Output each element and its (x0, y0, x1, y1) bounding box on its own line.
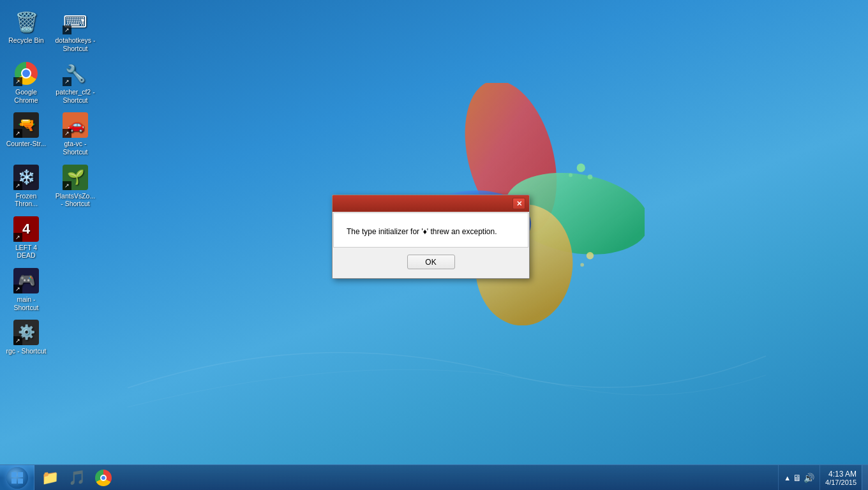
tray-volume-icon[interactable]: 🔊 (804, 473, 814, 483)
tray-network-icon: 🖥 (793, 473, 802, 483)
system-tray: ▲ 🖥 🔊 (778, 465, 819, 491)
taskbar-pinned-icons: 📁 🎵 (34, 465, 119, 491)
tray-icons: ▲ 🖥 🔊 (784, 473, 814, 483)
taskbar-chrome[interactable] (91, 466, 116, 490)
dialog-overlay: ✕ The type initializer for '♦' threw an … (0, 0, 868, 490)
clock-area[interactable]: 4:13 AM 4/17/2015 (819, 465, 862, 491)
taskbar-explorer[interactable]: 📁 (37, 466, 63, 490)
start-button[interactable] (0, 465, 34, 491)
ntio-icon: 🎵 (68, 470, 86, 486)
taskbar: 📁 🎵 ▲ 🖥 🔊 4:13 AM 4/17 (0, 464, 868, 490)
tray-expand-icon[interactable]: ▲ (784, 474, 791, 482)
dialog-body: The type initializer for '♦' threw an ex… (333, 212, 528, 248)
svg-rect-11 (11, 479, 17, 484)
clock-time: 4:13 AM (828, 470, 857, 479)
svg-rect-12 (18, 479, 23, 484)
taskbar-ntio[interactable]: 🎵 (64, 466, 89, 490)
windows-logo-small (11, 471, 24, 484)
start-orb (6, 467, 28, 489)
taskbar-chrome-icon (95, 470, 112, 486)
dialog-close-button[interactable]: ✕ (513, 198, 525, 209)
explorer-icon: 📁 (41, 470, 59, 486)
show-desktop-button[interactable] (862, 465, 868, 491)
dialog-message: The type initializer for '♦' threw an ex… (347, 226, 515, 237)
clock-date: 4/17/2015 (825, 479, 857, 486)
dialog-ok-button[interactable]: OK (407, 255, 455, 269)
svg-rect-9 (11, 472, 17, 477)
svg-rect-10 (18, 472, 23, 477)
dialog-buttons: OK (333, 248, 529, 278)
error-dialog: ✕ The type initializer for '♦' threw an … (332, 195, 530, 279)
dialog-titlebar: ✕ (333, 195, 529, 212)
